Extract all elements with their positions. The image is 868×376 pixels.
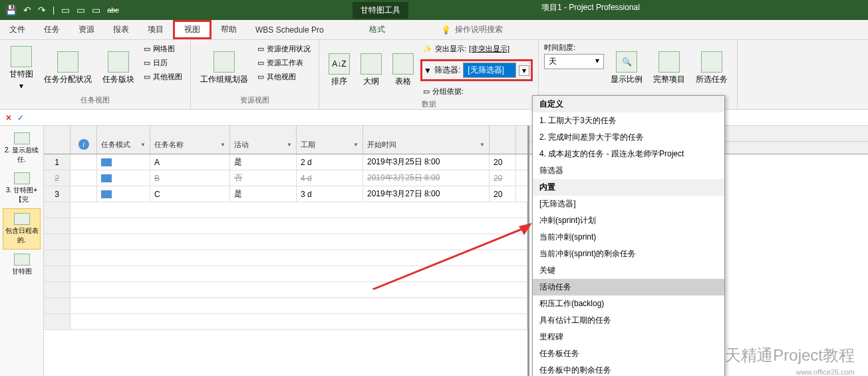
other-views-button[interactable]: ▭其他视图 <box>141 71 185 83</box>
cell-duration[interactable]: 3 d <box>297 186 363 202</box>
cell-empty[interactable] <box>71 266 527 282</box>
tab-help[interactable]: 帮助 <box>212 20 246 39</box>
col-mode[interactable]: 任务模式▼ <box>97 126 150 154</box>
cell-name[interactable]: C <box>150 186 230 202</box>
filter-menu-item[interactable]: 当前冲刺(sprint) <box>533 229 724 246</box>
cell-empty[interactable] <box>71 218 527 234</box>
resource-usage-button[interactable]: ▭资源使用状况 <box>255 43 313 55</box>
cell-extra[interactable]: 20 <box>490 170 516 186</box>
row-number[interactable] <box>44 218 71 234</box>
cell-info[interactable] <box>71 186 97 202</box>
cell-info[interactable] <box>71 154 97 170</box>
resource-sheet-button[interactable]: ▭资源工作表 <box>255 57 313 69</box>
gantt-chart-button[interactable]: 甘特图 ▾ <box>5 43 37 94</box>
entire-project-button[interactable]: 完整项目 <box>649 43 689 94</box>
confirm-edit-icon[interactable]: ✓ <box>17 113 24 122</box>
chevron-down-icon[interactable]: ▾ <box>519 65 529 76</box>
qat-btn3[interactable]: ▭ <box>92 5 100 15</box>
qat-btn2[interactable]: ▭ <box>76 5 85 15</box>
filter-menu-item[interactable]: 冲刺(sprint)计划 <box>533 212 724 229</box>
row-number[interactable] <box>44 314 71 329</box>
tab-format[interactable]: 格式 <box>360 20 394 39</box>
tab-wbs[interactable]: WBS Schedule Pro <box>246 20 333 39</box>
cell-empty[interactable] <box>71 202 527 218</box>
filter-menu-item[interactable]: 具有估计工期的任务 <box>533 312 724 329</box>
task-usage-button[interactable]: 任务分配状况 <box>40 43 96 94</box>
undo-icon[interactable]: ↶ <box>23 5 31 15</box>
tab-resource[interactable]: 资源 <box>69 20 104 39</box>
save-icon[interactable]: 💾 <box>5 5 17 15</box>
table-row-empty[interactable] <box>44 234 527 250</box>
filter-menu-item[interactable]: 2. 完成时间差异大于零的任务 <box>533 129 724 146</box>
tab-file[interactable]: 文件 <box>0 20 35 39</box>
filter-menu-item[interactable]: 积压工作(backlog) <box>533 295 724 312</box>
row-number[interactable]: 3 <box>44 186 71 202</box>
cell-duration[interactable]: 2 d <box>297 154 363 170</box>
col-info[interactable]: i <box>71 126 97 154</box>
col-rownum[interactable] <box>44 126 71 154</box>
row-number[interactable] <box>44 234 71 250</box>
team-planner-button[interactable]: 工作组规划器 <box>196 43 252 94</box>
cell-info[interactable] <box>71 170 97 186</box>
table-row-empty[interactable] <box>44 282 527 298</box>
selected-tasks-button[interactable]: 所选任务 <box>692 43 732 94</box>
cancel-edit-icon[interactable]: ✕ <box>5 113 12 122</box>
cell-active[interactable]: 是 <box>230 154 297 170</box>
table-row-empty[interactable] <box>44 250 527 266</box>
network-diagram-button[interactable]: ▭网络图 <box>141 43 185 55</box>
highlight-value[interactable]: [非突出显示] <box>469 44 509 54</box>
tab-project[interactable]: 项目 <box>138 20 173 39</box>
tab-task[interactable]: 任务 <box>35 20 69 39</box>
filter-menu-item[interactable]: 里程碑 <box>533 329 724 345</box>
tab-view[interactable]: 视图 <box>173 20 212 39</box>
table-row-empty[interactable] <box>44 266 527 282</box>
table-row[interactable]: 3 C 是 3 d 2019年3月27日 8:00 20 <box>44 186 527 202</box>
resource-other-button[interactable]: ▭其他视图 <box>255 71 313 83</box>
filter-menu-item[interactable]: 任务板中的剩余任务 <box>533 362 724 376</box>
cell-empty[interactable] <box>71 234 527 250</box>
filter-menu-item[interactable]: 关键 <box>533 262 724 279</box>
row-number[interactable]: 1 <box>44 154 71 170</box>
sort-button[interactable]: A↓Z 排序 <box>325 43 354 98</box>
cell-empty[interactable] <box>71 298 527 313</box>
table-row-empty[interactable] <box>44 298 527 314</box>
col-active[interactable]: 活动▼ <box>230 126 297 154</box>
cell-mode[interactable] <box>97 186 150 202</box>
cell-start[interactable]: 2019年3月27日 8:00 <box>363 186 490 202</box>
cell-empty[interactable] <box>71 250 527 266</box>
filter-menu-item[interactable]: 筛选器 <box>533 162 724 179</box>
cell-name[interactable]: A <box>150 154 230 170</box>
row-number[interactable] <box>44 266 71 282</box>
timescale-dropdown[interactable]: 天 ▾ <box>544 54 604 69</box>
zoom-button[interactable]: 🔍 显示比例 <box>607 43 647 94</box>
table-row-empty[interactable] <box>44 202 527 218</box>
sidebar-item-active[interactable]: 包含日程表的. <box>3 208 41 250</box>
row-number[interactable] <box>44 202 71 218</box>
table-row-empty[interactable] <box>44 314 527 330</box>
filter-menu-item[interactable]: 4. 成本超支的任务 - 跟连永老师学Project <box>533 146 724 162</box>
filter-dropdown[interactable]: [无筛选器] <box>463 63 516 78</box>
tab-report[interactable]: 报表 <box>104 20 138 39</box>
filter-menu-item-active[interactable]: 活动任务 <box>533 279 724 295</box>
cell-empty[interactable] <box>71 314 527 329</box>
filter-menu-item[interactable]: 1. 工期大于3天的任务 <box>533 112 724 129</box>
cell-start[interactable]: 2019年3月25日 8:00 <box>363 170 490 186</box>
row-number[interactable] <box>44 298 71 313</box>
cell-extra[interactable]: 20 <box>490 154 516 170</box>
qat-abc[interactable]: abc <box>107 6 119 14</box>
task-board-button[interactable]: 任务版块 <box>98 43 138 94</box>
col-name[interactable]: 任务名称▼ <box>150 126 230 154</box>
sidebar-item[interactable]: 2. 显示后续任. <box>3 128 41 168</box>
cell-extra[interactable]: 20 <box>490 186 516 202</box>
sidebar-item[interactable]: 3. 甘特图+【完 <box>3 168 41 208</box>
tables-button[interactable]: 表格 <box>388 43 418 98</box>
cell-name[interactable]: B <box>150 170 230 186</box>
col-extra[interactable] <box>490 126 516 154</box>
calendar-button[interactable]: ▭日历 <box>141 57 185 69</box>
col-start[interactable]: 开始时间▼ <box>363 126 490 154</box>
cell-start[interactable]: 2019年3月25日 8:00 <box>363 154 490 170</box>
row-number[interactable] <box>44 282 71 297</box>
cell-empty[interactable] <box>71 282 527 297</box>
sidebar-item[interactable]: 甘特图 <box>3 250 41 280</box>
filter-menu-item[interactable]: 当前冲刺(sprint)的剩余任务 <box>533 246 724 262</box>
